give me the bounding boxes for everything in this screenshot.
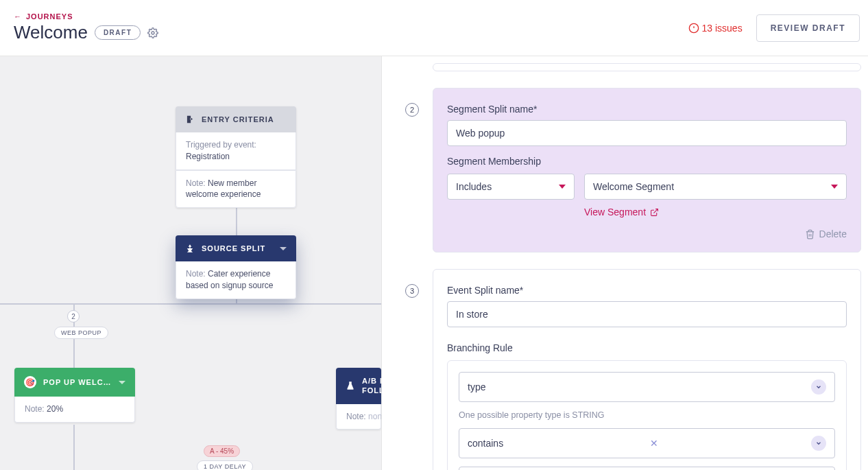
rule-operator-select[interactable]: contains ✕ [459, 428, 835, 458]
delete-text: Delete [819, 228, 847, 239]
step-number: 2 [405, 103, 419, 117]
note-value: 20% [47, 404, 63, 414]
trigger-value: Registration [186, 152, 230, 161]
segment-membership-label: Segment Membership [447, 156, 847, 167]
header-right: 13 issues REVIEW DRAFT [688, 14, 860, 42]
node-entry-criteria[interactable]: ENTRY CRITERIA Triggered by event: Regis… [176, 106, 296, 208]
review-draft-button[interactable]: REVIEW DRAFT [756, 14, 860, 42]
app-header: ← JOURNEYS Welcome DRAFT 13 issues REVIE… [0, 0, 868, 56]
node-header: A/B I FOLL [336, 368, 381, 404]
branching-rule-label: Branching Rule [447, 342, 847, 353]
chevron-down-icon[interactable] [119, 381, 125, 384]
issues-link[interactable]: 13 issues [688, 23, 743, 34]
node-header: SOURCE SPLIT [176, 235, 296, 261]
trigger-label: Triggered by event: [186, 140, 256, 150]
note-label: Note: [186, 178, 206, 188]
event-name-label: Event Split name* [447, 285, 847, 296]
status-badge: DRAFT [95, 25, 141, 40]
node-title: SOURCE SPLIT [202, 244, 265, 252]
back-link[interactable]: ← JOURNEYS [14, 12, 158, 21]
split-icon [185, 244, 195, 253]
flask-icon [346, 381, 355, 390]
select-value: Includes [456, 181, 492, 192]
segment-name-label: Segment Split name* [447, 104, 847, 115]
segment-split-card: Segment Split name* Segment Membership I… [433, 88, 861, 252]
rule-property-select[interactable]: type [459, 372, 835, 402]
panel-inner: 2 Segment Split name* Segment Membership… [382, 56, 868, 470]
node-title: ENTRY CRITERIA [202, 115, 274, 124]
chevron-down-icon[interactable] [280, 247, 287, 250]
chevron-down-icon [559, 185, 566, 189]
gear-icon[interactable] [147, 27, 158, 38]
segment-name-input[interactable] [447, 120, 847, 146]
issues-text: 13 issues [702, 23, 743, 34]
offer-icon: 🎯 [24, 376, 36, 388]
branch-label: WEB POPUP [54, 327, 108, 339]
event-name-input[interactable] [447, 301, 847, 327]
svg-point-0 [152, 32, 154, 34]
node-body: Note: New member welcome experience [176, 170, 296, 209]
card-edge [433, 63, 861, 71]
back-label: JOURNEYS [26, 12, 73, 21]
select-value: type [468, 381, 485, 392]
trash-icon [805, 229, 815, 239]
connector [0, 303, 381, 305]
config-panel: 2 Segment Split name* Segment Membership… [381, 56, 868, 470]
connector [236, 206, 237, 235]
page-title: Welcome [14, 22, 88, 43]
node-ab-test[interactable]: A/B I FOLL Note: none [336, 368, 381, 430]
variant-badge: A - 45% [204, 445, 240, 457]
membership-segment-select[interactable]: Welcome Segment [584, 174, 847, 200]
branch-index: 2 [67, 310, 80, 322]
view-segment-text: View Segment [584, 207, 646, 218]
clear-icon[interactable]: ✕ [650, 438, 658, 449]
chevron-down-icon [811, 436, 826, 451]
delete-button[interactable]: Delete [447, 228, 847, 239]
external-link-icon [650, 208, 659, 217]
node-body: Note: 20% [14, 397, 135, 423]
header-left: ← JOURNEYS Welcome DRAFT [14, 12, 158, 43]
delay-label: 1 DAY DELAY [197, 460, 253, 470]
door-icon [185, 115, 195, 124]
node-source-split[interactable]: SOURCE SPLIT Note: Cater experience base… [176, 235, 296, 299]
branching-rule-box: type One possible property type is STRIN… [447, 360, 847, 470]
rule-hint: One possible property type is STRING [459, 410, 835, 420]
rule-value-select[interactable]: store [459, 467, 835, 470]
select-value: Welcome Segment [593, 181, 674, 192]
membership-operator-select[interactable]: Includes [447, 174, 575, 200]
event-split-card: Event Split name* Branching Rule type On… [433, 269, 861, 470]
view-segment-link[interactable]: View Segment [584, 207, 847, 218]
node-header: ENTRY CRITERIA [176, 106, 296, 132]
node-popup-offer[interactable]: 🎯 POP UP WELCOME OFFE… Note: 20% [14, 368, 135, 423]
title-row: Welcome DRAFT [14, 22, 158, 43]
connector [73, 425, 75, 470]
node-body: Triggered by event: Registration [176, 132, 296, 170]
node-body: Note: none [336, 404, 381, 430]
node-title: POP UP WELCOME OFFE… [43, 378, 112, 386]
note-label: Note: [346, 412, 366, 421]
step-number: 3 [405, 284, 419, 298]
chevron-down-icon [831, 185, 838, 189]
select-value: contains [468, 438, 503, 449]
note-label: Note: [186, 269, 206, 279]
alert-icon [688, 23, 699, 34]
note-label: Note: [25, 404, 45, 414]
svg-line-4 [653, 209, 658, 213]
chevron-down-icon [811, 379, 826, 395]
node-header: 🎯 POP UP WELCOME OFFE… [14, 368, 135, 397]
arrow-left-icon: ← [14, 12, 22, 21]
node-body: Note: Cater experience based on signup s… [176, 261, 296, 299]
